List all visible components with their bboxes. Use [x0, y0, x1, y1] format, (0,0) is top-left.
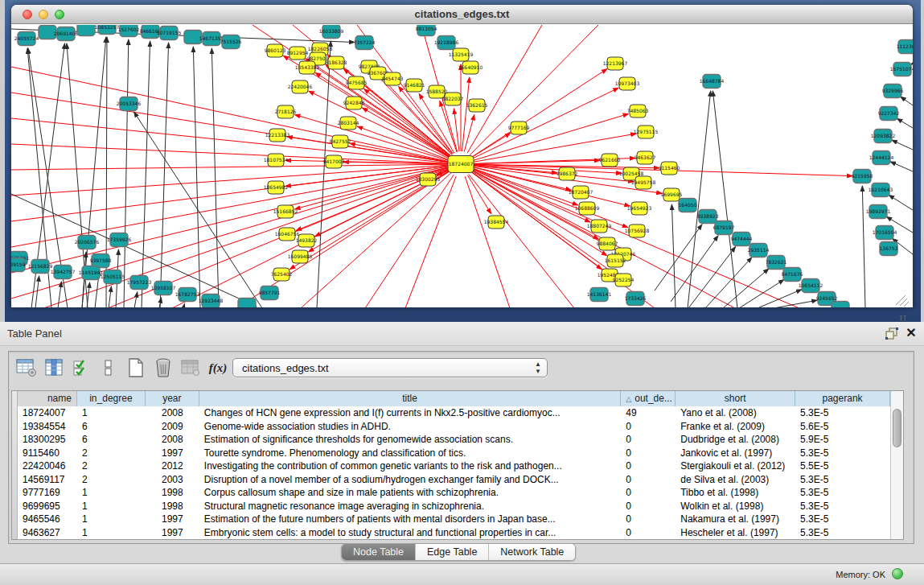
cell-pagerank[interactable]: 5.3E-5 — [795, 500, 890, 513]
cell-out_de[interactable]: 49 — [621, 406, 676, 420]
table-row[interactable]: 1872400712008Changes of HCN gene express… — [18, 406, 890, 420]
column-header-short[interactable]: short — [676, 391, 795, 406]
graph-node[interactable] — [238, 299, 256, 308]
cell-out_de[interactable]: 0 — [621, 433, 676, 447]
graph-node[interactable]: 10958107 — [151, 282, 176, 295]
cell-year[interactable]: 2008 — [146, 433, 199, 447]
graph-node[interactable]: 8912954 — [287, 47, 309, 60]
graph-node[interactable]: 939159 — [11, 258, 26, 272]
graph-node[interactable]: 7625402 — [271, 268, 293, 281]
delete-table-icon[interactable] — [152, 356, 175, 379]
graph-node[interactable]: 9252254 — [613, 274, 634, 286]
cell-title[interactable]: Corpus callosum shape and size in male p… — [199, 486, 621, 500]
cell-pagerank[interactable]: 5.3E-5 — [795, 486, 890, 500]
table-row[interactable]: 1456911722003Disruption of a novel membe… — [18, 473, 890, 487]
graph-node[interactable]: 15751074 — [890, 63, 913, 76]
graph-node[interactable]: 16210643 — [869, 183, 893, 197]
graph-node[interactable]: 9329966 — [882, 84, 904, 98]
cell-in_degree[interactable]: 6 — [77, 433, 146, 447]
cell-in_degree[interactable]: 6 — [77, 420, 146, 434]
table-selector-dropdown[interactable]: citations_edges.txt ▲▼ — [232, 358, 548, 377]
cell-out_de[interactable]: 0 — [621, 459, 676, 473]
cell-year[interactable]: 2009 — [146, 420, 199, 434]
table-row[interactable]: 2242004622012Investigating the contribut… — [18, 459, 890, 473]
graph-node[interactable]: 1615152 — [605, 254, 626, 267]
graph-node[interactable]: 9417003 — [323, 155, 345, 168]
cell-out_de[interactable]: 0 — [621, 513, 676, 526]
new-table-icon[interactable] — [125, 356, 147, 379]
cell-pagerank[interactable]: 5.5E-5 — [795, 459, 890, 473]
cell-year[interactable]: 1997 — [146, 526, 199, 540]
cell-title[interactable]: Tourette syndrome. Phenomenology and cla… — [199, 447, 621, 460]
cell-short[interactable]: Wolkin et al. (1998) — [676, 500, 795, 513]
close-panel-icon[interactable]: ✕ — [904, 326, 918, 340]
graph-node[interactable]: 9463627 — [634, 151, 656, 164]
graph-node[interactable] — [77, 25, 95, 36]
window-titlebar[interactable]: citations_edges.txt — [11, 5, 913, 24]
cell-out_de[interactable]: 0 — [621, 500, 676, 513]
cell-in_degree[interactable]: 2 — [77, 473, 146, 487]
cell-short[interactable]: de Silva et al. (2003) — [676, 473, 795, 487]
cell-short[interactable]: Yano et al. (2008) — [676, 406, 795, 420]
graph-node[interactable]: 16033809 — [319, 25, 344, 39]
graph-node[interactable]: 9860123 — [265, 44, 286, 57]
graph-node[interactable]: 19892971 — [866, 205, 891, 219]
graph-node[interactable]: 136753 — [880, 242, 898, 256]
graph-node[interactable]: 10654112 — [799, 279, 823, 293]
graph-node[interactable]: 17016504 — [873, 226, 897, 240]
cell-title[interactable]: Estimation of the future numbers of pati… — [199, 513, 621, 526]
cell-title[interactable]: Investigating the contribution of common… — [199, 459, 621, 473]
graph-node[interactable]: 7485063 — [627, 105, 649, 117]
scrollbar-thumb[interactable] — [893, 409, 901, 447]
cell-year[interactable]: 2012 — [146, 459, 199, 473]
graph-canvas[interactable]: 1872400718300295193845549860123891295418… — [11, 25, 913, 307]
cell-short[interactable]: Tibbo et al. (1998) — [676, 486, 795, 500]
table-row[interactable]: 946554611997Estimation of the future num… — [18, 513, 890, 526]
graph-node[interactable]: 18724007 — [448, 156, 474, 173]
cell-name[interactable]: 9465546 — [18, 513, 77, 526]
column-header-title[interactable]: title — [199, 391, 621, 406]
graph-node[interactable]: 9115460 — [659, 162, 680, 175]
graph-node[interactable]: 16099485 — [288, 250, 313, 263]
graph-node[interactable]: 17359926 — [107, 233, 132, 247]
cell-in_degree[interactable]: 2 — [77, 447, 146, 460]
graph-node[interactable]: 7515526 — [220, 35, 242, 49]
graph-node[interactable]: 8186328 — [326, 56, 347, 69]
graph-node[interactable]: 18720407 — [569, 186, 593, 199]
graph-node[interactable]: 9621660 — [599, 154, 621, 167]
cell-year[interactable]: 1997 — [146, 513, 199, 526]
graph-node[interactable]: 9474444 — [731, 233, 753, 246]
graph-node[interactable]: 8938923 — [697, 210, 719, 224]
cell-title[interactable]: Estimation of significance thresholds fo… — [199, 433, 621, 447]
graph-node[interactable]: 9215958 — [852, 170, 873, 183]
graph-node[interactable]: 8822037 — [442, 93, 464, 105]
cell-short[interactable]: Jankovic et al. (1997) — [676, 447, 795, 460]
graph-node[interactable]: 14136141 — [587, 288, 612, 302]
float-panel-icon[interactable] — [885, 327, 899, 340]
table-options-icon[interactable] — [15, 356, 38, 379]
graph-node[interactable]: 7986372 — [556, 167, 578, 180]
column-visibility-icon[interactable] — [43, 356, 65, 379]
window-resize-grip[interactable] — [896, 295, 909, 307]
graph-node[interactable]: 20206576 — [75, 236, 100, 249]
cell-in_degree[interactable]: 1 — [77, 513, 146, 526]
cell-out_de[interactable]: 0 — [621, 526, 676, 540]
cell-title[interactable]: Structural magnetic resonance image aver… — [199, 500, 621, 513]
graph-node[interactable]: 2935114 — [748, 244, 770, 257]
graph-node[interactable]: 1112304 — [897, 40, 913, 54]
memory-ok-icon[interactable] — [892, 568, 903, 579]
cell-pagerank[interactable]: 5.3E-5 — [795, 473, 890, 487]
cell-pagerank[interactable]: 5.6E-5 — [795, 420, 890, 434]
cell-year[interactable]: 2003 — [146, 473, 199, 487]
graph-node[interactable]: 20053346 — [117, 97, 142, 111]
row-height-icon[interactable] — [97, 356, 120, 379]
cell-out_de[interactable]: 0 — [621, 486, 676, 500]
cell-out_de[interactable]: 0 — [621, 473, 676, 487]
graph-node[interactable] — [832, 302, 849, 308]
graph-node[interactable]: 19218986 — [434, 36, 459, 50]
tab-node-table[interactable]: Node Table — [342, 544, 416, 560]
cell-name[interactable]: 9463627 — [18, 526, 77, 540]
cell-year[interactable]: 1997 — [146, 447, 199, 460]
graph-node[interactable]: 2718126 — [275, 105, 297, 118]
graph-node[interactable]: 2803144 — [338, 117, 359, 130]
